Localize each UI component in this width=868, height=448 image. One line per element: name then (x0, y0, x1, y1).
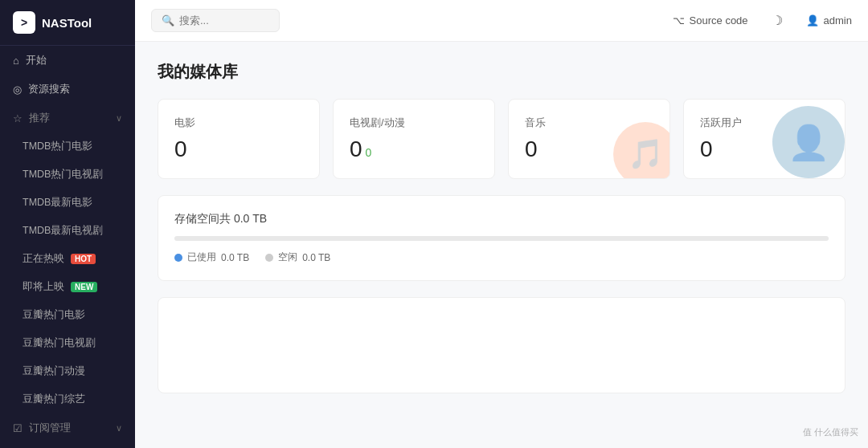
header: 🔍 ⌥ Source code ☽ 👤 admin (135, 0, 868, 42)
checkbox-icon: ☑ (13, 422, 23, 434)
main-area: 🔍 ⌥ Source code ☽ 👤 admin 我的媒体库 电影 (135, 0, 868, 448)
new-badge: NEW (71, 282, 97, 292)
storage-section: 存储空间共 0.0 TB 已使用 0.0 TB 空闲 0.0 TB (158, 195, 845, 281)
user-icon: 👤 (806, 14, 819, 26)
header-right: ⌥ Source code ☽ 👤 admin (673, 8, 852, 34)
tv-card-value: 0 0 (350, 136, 478, 162)
theme-toggle-button[interactable]: ☽ (764, 8, 790, 34)
watermark: 值 什么值得买 (803, 426, 858, 438)
movie-card-value: 0 (174, 136, 303, 162)
free-dot (265, 254, 273, 262)
sidebar-item-subscription[interactable]: ☑ 订阅管理 ∨ (0, 413, 135, 442)
sidebar-item-upcoming[interactable]: 即将上映 NEW (0, 273, 135, 301)
star-icon: ☆ (13, 112, 23, 124)
sidebar-item-tmdb-hot-movies[interactable]: TMDB热门电影 (0, 132, 135, 161)
sidebar-item-tmdb-new-tv[interactable]: TMDB最新电视剧 (0, 217, 135, 245)
storage-legend: 已使用 0.0 TB 空闲 0.0 TB (174, 250, 829, 264)
home-icon: ⌂ (13, 55, 19, 67)
sidebar: > NASTool ⌂ 开始 ◎ 资源搜索 ☆ 推荐 ∨ TMDB热门电影 TM… (0, 0, 135, 448)
chevron-icon2: ∨ (116, 423, 122, 434)
free-label: 空闲 (278, 250, 297, 264)
sidebar-item-douban-hot-anime[interactable]: 豆瓣热门动漫 (0, 357, 135, 385)
sidebar-item-resource-search[interactable]: ◎ 资源搜索 (0, 75, 135, 104)
sidebar-item-tmdb-hot-tv[interactable]: TMDB热门电视剧 (0, 161, 135, 189)
moon-icon: ☽ (772, 13, 783, 28)
sidebar-item-douban-hot-variety[interactable]: 豆瓣热门综艺 (0, 385, 135, 413)
user-menu[interactable]: 👤 admin (806, 14, 852, 26)
app-logo[interactable]: > NASTool (0, 0, 135, 46)
search-input[interactable] (179, 14, 269, 26)
active-users-card: 活跃用户 0 👤 (683, 99, 845, 179)
sidebar-item-douban-hot-tv[interactable]: 豆瓣热门电视剧 (0, 329, 135, 357)
tv-card: 电视剧/动漫 0 0 (333, 99, 495, 179)
sidebar-item-trending[interactable]: 正在热映 HOT (0, 245, 135, 273)
logo-icon: > (13, 11, 35, 34)
hot-badge: HOT (71, 254, 96, 264)
tv-card-label: 电视剧/动漫 (350, 116, 478, 130)
sidebar-item-douban-hot-movies[interactable]: 豆瓣热门电影 (0, 301, 135, 329)
free-legend: 空闲 0.0 TB (265, 250, 330, 264)
sidebar-item-start[interactable]: ⌂ 开始 (0, 46, 135, 75)
music-card: 音乐 0 🎵 (508, 99, 670, 179)
music-card-icon: 🎵 (613, 122, 670, 179)
user-card-icon: 👤 (772, 106, 845, 178)
page-title: 我的媒体库 (158, 61, 845, 83)
app-name: NASTool (42, 16, 92, 30)
search-circle-icon: ◎ (13, 83, 22, 96)
github-icon: ⌥ (673, 14, 685, 26)
movie-card-label: 电影 (174, 116, 303, 130)
movie-card: 电影 0 (158, 99, 320, 179)
used-dot (174, 254, 182, 262)
used-label: 已使用 (187, 250, 216, 264)
bottom-panel (158, 297, 845, 393)
content-area: 我的媒体库 电影 0 电视剧/动漫 0 0 音乐 (135, 42, 868, 448)
used-value: 0.0 TB (221, 252, 249, 263)
chevron-icon: ∨ (116, 113, 122, 124)
sidebar-item-tmdb-new-movies[interactable]: TMDB最新电影 (0, 189, 135, 217)
used-legend: 已使用 0.0 TB (174, 250, 249, 264)
storage-bar-background (174, 236, 829, 241)
media-cards-row: 电影 0 电视剧/动漫 0 0 音乐 0 🎵 (158, 99, 845, 179)
sidebar-item-recommend[interactable]: ☆ 推荐 ∨ (0, 104, 135, 132)
tv-card-sub-value: 0 (366, 146, 372, 159)
storage-title: 存储空间共 0.0 TB (174, 212, 829, 226)
source-code-button[interactable]: ⌥ Source code (673, 14, 748, 26)
search-icon: 🔍 (162, 14, 174, 26)
sidebar-item-movie-sub[interactable]: 电影订阅 (0, 442, 135, 448)
free-value: 0.0 TB (302, 252, 330, 263)
search-box[interactable]: 🔍 (151, 9, 280, 32)
